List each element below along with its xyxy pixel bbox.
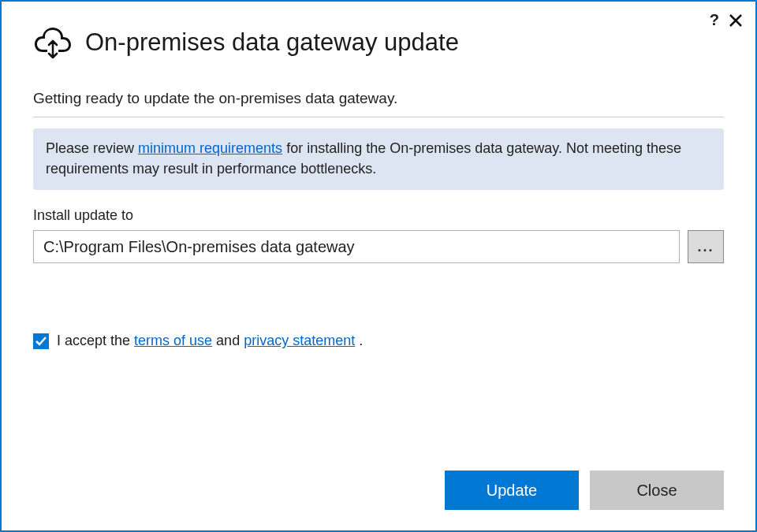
close-icon[interactable] [729,13,743,28]
notice-text-before: Please review [46,140,138,156]
install-path-input[interactable] [33,230,680,263]
accept-checkbox[interactable] [33,333,49,349]
requirements-notice: Please review minimum requirements for i… [33,128,724,190]
install-path-label: Install update to [33,207,724,224]
cloud-upload-icon [33,25,73,60]
browse-button[interactable]: ... [688,230,724,263]
accept-text-before: I accept the [57,333,134,348]
page-subtitle: Getting ready to update the on-premises … [33,90,724,117]
privacy-statement-link[interactable]: privacy statement [244,333,355,348]
page-title: On-premises data gateway update [85,28,459,57]
accept-text-mid: and [212,333,244,348]
update-button[interactable]: Update [445,471,579,510]
minimum-requirements-link[interactable]: minimum requirements [138,140,282,156]
accept-label: I accept the terms of use and privacy st… [57,333,363,349]
help-icon[interactable]: ? [710,11,719,29]
close-button[interactable]: Close [590,471,724,510]
terms-of-use-link[interactable]: terms of use [134,333,212,348]
accept-text-after: . [355,333,363,348]
